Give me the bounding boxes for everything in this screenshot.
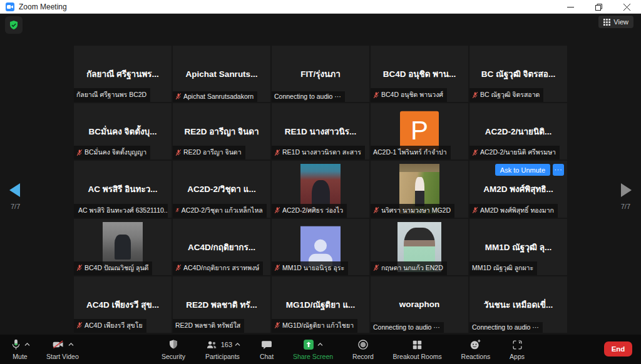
participant-tile[interactable]: MM1D นายอนิรุธ อุระ [272,219,369,275]
participant-name-text: BC4D ปัณณวิชญ์ ลุนดี [85,263,148,273]
muted-mic-icon [373,206,379,214]
security-button[interactable]: Security [162,338,185,360]
participant-name-label: AC2D-1 ไพรินทร์ กำจำปา [371,146,451,159]
participants-count: 163 [221,341,232,348]
next-page-arrow[interactable] [621,183,632,197]
participant-tile[interactable]: AC2D-2/นายนิติ...AC2D-2/นายนิติ ศรีพรมษา [469,103,567,159]
participant-tile[interactable]: RE1D นางสาวนิร...RE1D นางสาวนิรดา สะสาร [272,103,369,159]
avatar-head [314,239,327,251]
share-options-chevron-icon[interactable] [317,343,323,346]
view-button-label: View [613,18,628,26]
participant-tile[interactable]: กัลยาณี ศรีฐานพร...กัลยาณี ศรีฐานพร BC2D [74,46,172,102]
participant-tile[interactable]: AM2D พงศ์พิสุทธิ...Ask to Unmute···AM2D … [469,161,567,217]
participant-tile[interactable]: AC4D เพียงรวี สุข...AC4D เพียงรวี สุขโย [74,276,172,333]
participant-name-label: BCมั่นคง จิตตั้งบุญญา [74,146,150,159]
restore-button[interactable] [585,0,613,14]
participant-tile[interactable]: AC พรสิรี อินทะว...AC พรสิริ อินทะวงศ์ 6… [74,161,172,217]
security-shield-icon [9,20,19,30]
participant-name-label: BC4D อนุชิด พานวงศ์ [371,88,447,102]
view-button[interactable]: View [598,16,633,28]
participant-name-label: Connecting to audio ··· [371,322,444,333]
participant-name-label: BC ณัฐวุฒิ จิตรสอาด [469,88,543,102]
participant-tile[interactable]: MG1D/ณัฐติยา แ...MG1D/ณัฐติยา แก้วไชยา [272,276,369,333]
participant-tile[interactable]: นริศรา นามวงษา MG2D [371,161,468,217]
participant-name-label: AC4D/กฤติยากร สราทพงษ์ [173,261,263,275]
participant-tile[interactable]: BC4D อนุชิด พาน...BC4D อนุชิด พานวงศ์ [371,46,468,102]
apps-button[interactable]: Apps [510,338,525,360]
participant-tile[interactable]: FIT/รุ่งนภาConnecting to audio ··· [272,46,369,102]
participant-tile[interactable]: MM1D ณัฐวุฒิ ลุ...MM1D ณัฐวุฒิ ลูกผาะ [469,219,567,275]
participant-name-label: AC2D-2/นายนิติ ศรีพรมษา [469,146,560,159]
ask-to-unmute-button[interactable]: Ask to Unmute [495,164,550,176]
participant-name-text: RE2D พลชาติ ทรัพย์ใส [175,320,240,331]
participant-name-text: AC4D เพียงรวี สุขโย [85,320,143,331]
participant-name-text: BC ณัฐวุฒิ จิตรสอาด [480,89,540,100]
participant-tile[interactable]: AC2D-2/ศศิธร ว่องไว [272,161,369,217]
muted-mic-icon [274,264,280,271]
share-screen-button[interactable]: Share Screen [293,338,333,360]
participants-chevron-icon[interactable] [235,343,240,346]
mute-options-chevron-icon[interactable] [24,343,30,346]
participant-name-text: AC2D-2/วิชุดา แก้วเหล็กไหล [182,205,263,216]
participants-button[interactable]: 163 Participants [205,338,240,360]
end-meeting-button[interactable]: End [604,341,632,356]
reactions-button[interactable]: Reactions [461,338,491,360]
record-icon [357,338,369,351]
participant-grid: กัลยาณี ศรีฐานพร...กัลยาณี ศรีฐานพร BC2D… [74,46,567,333]
reactions-icon [469,338,482,351]
close-button[interactable] [613,0,641,14]
minimize-button[interactable] [556,0,585,14]
participant-name-label: AC2D-2/ศศิธร ว่องไว [272,204,347,218]
participant-tile[interactable]: RE2D อารีญา จินดาRE2D อารีญา จินดา [173,103,270,159]
chat-button[interactable]: Chat [260,338,274,360]
start-video-button[interactable]: Start Video [46,338,79,360]
video-figure [415,177,424,206]
participant-name-text: นริศรา นามวงษา MG2D [381,205,451,216]
participant-tile[interactable]: AC4D/กฤติยากร...AC4D/กฤติยากร สราทพงษ์ [173,219,270,275]
muted-mic-icon [472,206,478,214]
participant-name-label: RE2D พลชาติ ทรัพย์ใส [173,319,244,333]
muted-mic-icon [175,93,182,100]
participant-tile[interactable]: BC ณัฐวุฒิ จิตรสอ...BC ณัฐวุฒิ จิตรสอาด [469,46,567,102]
zoom-app-icon [6,3,14,11]
participant-name-label: กฤษดา นกแก้ว EN2D [371,261,447,275]
participant-name-text: Connecting to audio ··· [472,323,539,331]
participant-name-label: กัลยาณี ศรีฐานพร BC2D [74,88,150,102]
previous-page-arrow[interactable] [9,183,20,197]
participant-name-text: AC พรสิริ อินทะวงศ์ 63521110... [78,205,168,216]
muted-mic-icon [274,206,280,214]
microphone-icon [10,338,22,351]
tile-more-options-button[interactable]: ··· [553,164,564,176]
shield-icon [168,338,179,351]
participant-tile[interactable]: วันชนะ เหมือดเขี่...Connecting to audio … [469,276,567,333]
participant-name-label: MG1D/ณัฐติยา แก้วไชยา [272,319,357,333]
muted-mic-icon [175,206,180,214]
participant-name-text: AC2D-2/นายนิติ ศรีพรมษา [480,147,556,158]
participant-tile[interactable]: Apichat Sanruts...Apichat Sanrutsadakorn [173,46,270,102]
participant-tile[interactable]: AC2D-2/วิชุดา แ...AC2D-2/วิชุดา แก้วเหล็… [173,161,270,217]
participant-tile[interactable]: woraphonConnecting to audio ··· [371,276,468,333]
video-options-chevron-icon[interactable] [68,343,74,346]
breakout-rooms-icon [411,339,423,351]
mute-button[interactable]: Mute [10,338,30,360]
video-off-icon [51,338,66,351]
participant-name-label: Connecting to audio ··· [469,322,543,333]
meeting-info-shield-button[interactable] [5,16,23,34]
muted-mic-icon [472,149,478,156]
participant-name-label: นริศรา นามวงษา MG2D [371,204,454,218]
participant-tile[interactable]: PAC2D-1 ไพรินทร์ กำจำปา [371,103,468,159]
breakout-rooms-button[interactable]: Breakout Rooms [393,338,442,360]
participant-name-label: AC4D เพียงรวี สุขโย [74,319,146,333]
participant-name-text: RE2D อารีญา จินดา [183,147,242,158]
participant-name-text: AC2D-1 ไพรินทร์ กำจำปา [373,147,447,158]
participant-tile[interactable]: BC4D ปัณณวิชญ์ ลุนดี [74,219,172,275]
participant-tile[interactable]: RE2D พลชาติ ทรั...RE2D พลชาติ ทรัพย์ใส [173,276,270,333]
record-button[interactable]: Record [352,338,374,360]
participant-tile[interactable]: BCมั่นคง จิตตั้งบุ...BCมั่นคง จิตตั้งบุญ… [74,103,172,159]
muted-mic-icon [76,149,83,156]
participant-name-label: Connecting to audio ··· [272,91,345,102]
participant-letter-avatar: P [400,111,439,150]
participant-name-label: MM1D นายอนิรุธ อุระ [272,261,348,275]
participant-tile[interactable]: กฤษดา นกแก้ว EN2D [371,219,468,275]
participant-name-text: Apichat Sanrutsadakorn [183,93,254,100]
